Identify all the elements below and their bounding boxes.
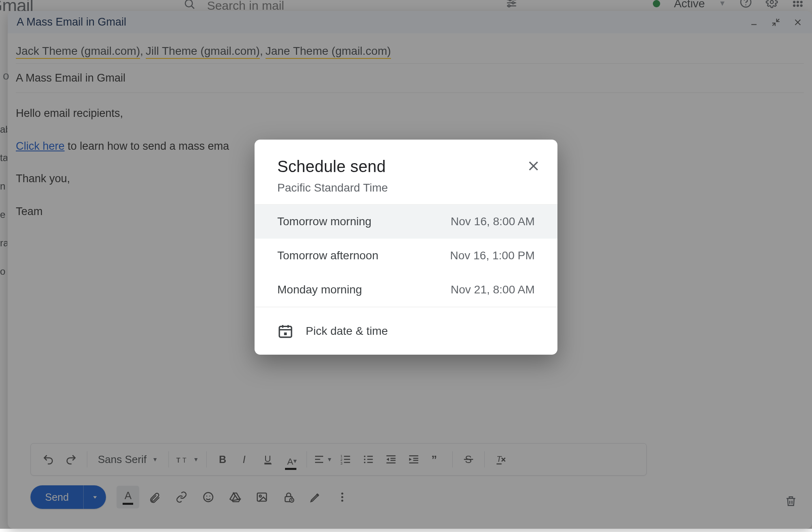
schedule-option-label: Monday morning [277, 283, 362, 296]
modal-overlay[interactable]: Schedule send Pacific Standard Time Tomo… [0, 0, 812, 529]
dialog-subtitle: Pacific Standard Time [277, 181, 535, 194]
schedule-option-label: Tomorrow afternoon [277, 249, 378, 262]
dialog-close-button[interactable] [527, 159, 540, 174]
schedule-send-dialog: Schedule send Pacific Standard Time Tomo… [255, 140, 557, 355]
schedule-option[interactable]: Tomorrow morning Nov 16, 8:00 AM [255, 205, 557, 239]
schedule-option[interactable]: Monday morning Nov 21, 8:00 AM [255, 273, 557, 307]
schedule-option[interactable]: Tomorrow afternoon Nov 16, 1:00 PM [255, 239, 557, 273]
svg-rect-78 [279, 326, 292, 337]
dialog-title: Schedule send [277, 157, 535, 176]
pick-date-time-label: Pick date & time [306, 325, 388, 338]
schedule-option-time: Nov 16, 8:00 AM [451, 215, 535, 228]
schedule-option-time: Nov 16, 1:00 PM [450, 249, 535, 262]
pick-date-time-button[interactable]: Pick date & time [255, 307, 557, 355]
schedule-option-label: Tomorrow morning [277, 215, 371, 228]
schedule-options-list: Tomorrow morning Nov 16, 8:00 AM Tomorro… [255, 204, 557, 307]
schedule-option-time: Nov 21, 8:00 AM [451, 283, 535, 296]
svg-rect-82 [284, 332, 287, 335]
